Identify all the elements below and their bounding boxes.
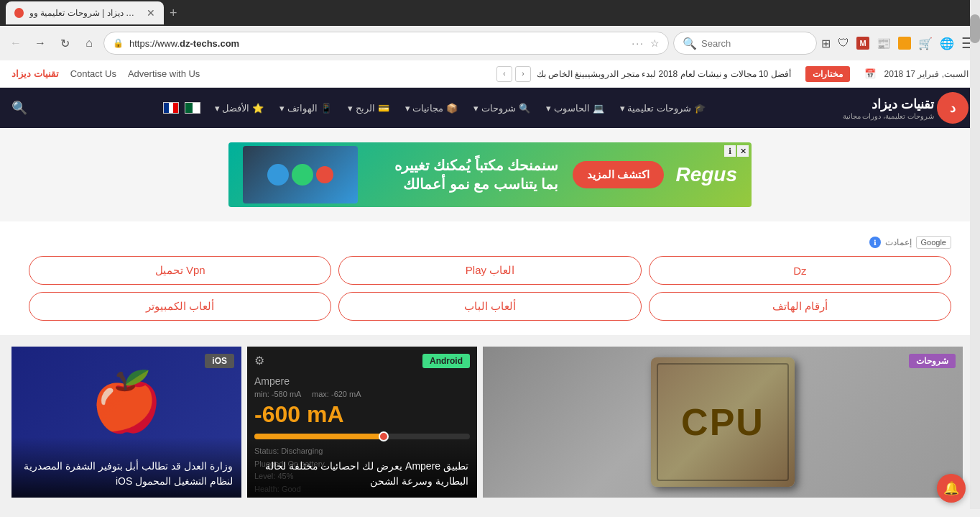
new-tab-button[interactable]: + [170, 6, 177, 21]
nav-search-icon[interactable]: 🔍 [11, 100, 27, 116]
main-nav: د تقنيات ديزاد شروحات تعليمية، دورات مجا… [0, 88, 980, 128]
banner-info-button[interactable]: ℹ [724, 145, 736, 157]
nav-item-best[interactable]: ⭐ الأفضل ▾ [208, 97, 272, 119]
main-nav-items: 🎓 شروحات تعليمية ▾ 💻 الحاسوب ▾ 🔍 شروحات … [33, 97, 843, 119]
flag-fr[interactable] [163, 102, 179, 114]
addon-icon-flag [898, 37, 911, 50]
pill-games[interactable]: ألعاب الباب [338, 292, 641, 321]
tab-bar: تقنيات ديزاد | شروحات تعليمية وو ✕ + [0, 0, 980, 26]
cards-section: iOS 🍎 وزارة العدل قد تطالب أبل بتوفير ال… [0, 335, 980, 509]
featured-article-text[interactable]: أفضل 10 مجالات و نيشات لعام 2018 لبدء مت… [537, 69, 791, 79]
globe-icon[interactable]: 🌐 [940, 37, 954, 50]
nav-arrows: ‹ › [496, 66, 531, 82]
logo-text: تقنيات ديزاد [843, 96, 934, 112]
pill-pc-games[interactable]: ألعاب الكمبيوتر [29, 292, 331, 321]
tab-close-button[interactable]: ✕ [147, 7, 155, 19]
nav-bar: ← → ↻ ⌂ 🔒 https://www.dz-techs.com ··· ☆… [0, 26, 980, 60]
best-icon: ⭐ [252, 103, 264, 114]
earn-icon: 💳 [378, 103, 389, 114]
nav-item-shorohat[interactable]: 🎓 شروحات تعليمية ▾ [613, 97, 713, 119]
powered-by-text: إعمادت [885, 237, 912, 247]
nav-item-free[interactable]: 📦 مجانيات ▾ [398, 97, 466, 119]
shorohat-badge: شروحات [909, 354, 956, 368]
free-icon: 📦 [446, 103, 458, 114]
refresh-button[interactable]: ↻ [55, 33, 75, 53]
card-android-title: تطبيق Ampere يعرض لك احصائيات مختلفة لحا… [256, 459, 468, 489]
contact-link[interactable]: Contact Us [70, 68, 116, 79]
banner-close-button[interactable]: ✕ [737, 145, 749, 157]
nav-item-earn[interactable]: 💳 الربح ▾ [341, 97, 397, 119]
cart-icon[interactable]: 🛒 [918, 37, 933, 50]
card-ios-title: وزارة العدل قد تطالب أبل بتوفير الشفرة ا… [20, 459, 233, 489]
search-input[interactable] [701, 38, 808, 49]
scrollbar-thumb[interactable] [970, 14, 980, 43]
pill-dz[interactable]: Vpn تحميل [29, 256, 331, 285]
active-tab[interactable]: تقنيات ديزاد | شروحات تعليمية وو ✕ [6, 1, 164, 24]
settings-icon[interactable]: ⚙ [254, 354, 264, 367]
address-shield-icon: 🔒 [113, 38, 124, 48]
pill-phone-numbers[interactable]: أرقام الهاتف [649, 292, 951, 321]
card-ios-overlay: وزارة العدل قد تطالب أبل بتوفير الشفرة ا… [11, 437, 241, 498]
nav-label-computer: الحاسوب ▾ [546, 103, 590, 114]
notification-bell[interactable]: 🔔 [937, 474, 966, 503]
search-nav-icon: 🔍 [519, 103, 530, 114]
scrollbar-track[interactable] [970, 0, 980, 509]
date-display: السبت, فبراير 17 2018 [884, 69, 969, 79]
nav-next-button[interactable]: › [496, 66, 512, 82]
banner-logo: Regus [675, 163, 737, 186]
addon-icon-m: M [856, 37, 869, 50]
pill-play[interactable]: العاب Play [338, 256, 641, 285]
top-bar-right: السبت, فبراير 17 2018 📅 مختارات أفضل 10 … [537, 66, 969, 82]
card-ios[interactable]: iOS 🍎 وزارة العدل قد تطالب أبل بتوفير ال… [11, 347, 241, 498]
ios-badge: iOS [205, 354, 234, 368]
site-logo[interactable]: د تقنيات ديزاد شروحات تعليمية، دورات مجا… [843, 92, 969, 124]
ampere-value: -600 mA [254, 401, 470, 428]
phones-icon: 📱 [320, 103, 332, 114]
search-bar[interactable]: 🔍 [673, 32, 817, 55]
tab-title: تقنيات ديزاد | شروحات تعليمية وو [29, 8, 141, 18]
banner-cta-button[interactable]: اكتشف المزيد [573, 161, 664, 188]
browser-toolbar-icons: ⊞ 🛡 M 📰 🛒 🌐 ☰ [821, 35, 974, 52]
address-overflow-icon[interactable]: ··· [632, 37, 644, 49]
top-bar-left: تقنيات ديزاد Contact Us Advertise with U… [11, 68, 200, 79]
shorohat-icon: 🎓 [694, 103, 706, 114]
back-button[interactable]: ← [6, 33, 26, 53]
banner-image [243, 146, 358, 203]
nav-prev-button[interactable]: ‹ [515, 66, 531, 82]
nav-item-phones[interactable]: 📱 الهواتف ▾ [272, 97, 339, 119]
home-button[interactable]: ⌂ [79, 33, 99, 53]
top-bar: السبت, فبراير 17 2018 📅 مختارات أفضل 10 … [0, 60, 980, 88]
advertise-link[interactable]: Advertise with Us [128, 68, 200, 79]
bookmark-icon[interactable]: ☆ [650, 37, 660, 49]
flag-dz[interactable] [185, 102, 200, 114]
card-android[interactable]: Android ⚙ Ampere min: -580 mA max: -620 … [247, 347, 477, 498]
brand-link[interactable]: تقنيات ديزاد [11, 68, 59, 79]
address-bar[interactable]: 🔒 https://www.dz-techs.com ··· ☆ [103, 32, 669, 55]
ampere-app-name: Ampere [254, 375, 470, 387]
banner-text: سنمنحك مكتباً يُمكنك تغييره بما يتناسب م… [372, 156, 558, 193]
pill-vpn[interactable]: Dz [649, 256, 951, 285]
computer-icon: 💻 [593, 103, 604, 114]
google-badge: Google [916, 236, 951, 249]
nav-item-computer[interactable]: 💻 الحاسوب ▾ [539, 97, 611, 119]
card-cpu[interactable]: شروحات CPU [483, 347, 963, 498]
nav-label-phones: الهواتف ▾ [279, 103, 318, 114]
card-android-overlay: تطبيق Ampere يعرض لك احصائيات مختلفة لحا… [247, 437, 477, 498]
nav-label-best: الأفضل ▾ [215, 103, 250, 114]
search-pills-section: ℹ إعمادت Google Vpn تحميل العاب Play Dz … [0, 221, 980, 335]
reader-icon[interactable]: 📰 [877, 37, 891, 50]
forward-button[interactable]: → [30, 33, 50, 53]
search-icon: 🔍 [683, 37, 697, 50]
nav-item-shorohat2[interactable]: 🔍 شروحات ▾ [466, 97, 537, 119]
shield-icon[interactable]: 🛡 [838, 37, 849, 50]
nav-label-shorohat2: شروحات ▾ [473, 103, 516, 114]
mukhtar-badge: مختارات [805, 66, 850, 82]
info-icon[interactable]: ℹ [869, 237, 881, 248]
pills-grid: Vpn تحميل العاب Play Dz ألعاب الكمبيوتر … [29, 256, 951, 321]
site-wrapper: السبت, فبراير 17 2018 📅 مختارات أفضل 10 … [0, 60, 980, 509]
extensions-icon[interactable]: ⊞ [821, 37, 831, 50]
bell-icon: 🔔 [943, 480, 959, 496]
nav-label-shorohat: شروحات تعليمية ▾ [620, 103, 691, 114]
google-powered: ℹ إعمادت Google [29, 236, 951, 249]
logo-subtitle: شروحات تعليمية، دورات مجانية [843, 112, 934, 120]
